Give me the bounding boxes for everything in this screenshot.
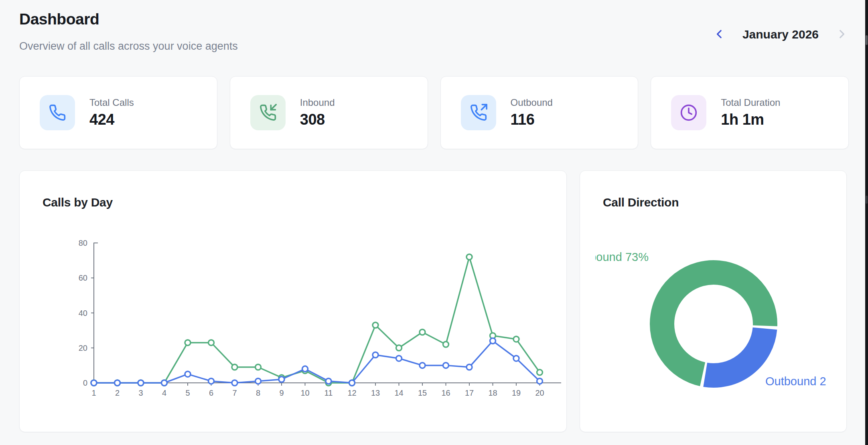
svg-text:40: 40 bbox=[79, 309, 87, 318]
scrollbar-track[interactable] bbox=[865, 0, 868, 445]
stat-label: Total Calls bbox=[89, 97, 134, 108]
stat-value: 424 bbox=[89, 111, 134, 128]
scrollbar-thumb[interactable] bbox=[866, 35, 868, 45]
stat-value: 1h 1m bbox=[721, 111, 780, 128]
calls-by-day-card: Calls by Day 020406080123456789101112131… bbox=[19, 170, 567, 432]
svg-text:15: 15 bbox=[418, 388, 427, 397]
call-direction-chart[interactable]: Inbound 73% Outbound 27% bbox=[595, 225, 826, 421]
next-month-button[interactable] bbox=[836, 28, 848, 40]
svg-text:18: 18 bbox=[488, 388, 497, 397]
svg-text:12: 12 bbox=[347, 388, 356, 397]
svg-text:11: 11 bbox=[324, 388, 333, 397]
svg-text:60: 60 bbox=[79, 273, 87, 282]
donut-label-outbound: Outbound 27% bbox=[765, 374, 826, 388]
svg-text:20: 20 bbox=[535, 388, 544, 397]
phone-icon bbox=[40, 95, 75, 130]
donut-label-inbound: Inbound 73% bbox=[595, 250, 649, 264]
stat-card-total-duration: Total Duration 1h 1m bbox=[651, 76, 849, 149]
stat-label: Inbound bbox=[300, 97, 335, 108]
svg-text:1: 1 bbox=[91, 388, 96, 397]
svg-text:8: 8 bbox=[256, 388, 260, 397]
svg-text:6: 6 bbox=[209, 388, 213, 397]
svg-text:14: 14 bbox=[394, 388, 403, 397]
stat-value: 116 bbox=[511, 111, 553, 128]
phone-outgoing-icon bbox=[461, 95, 496, 130]
page-title: Dashboard bbox=[19, 10, 99, 28]
svg-text:16: 16 bbox=[441, 388, 450, 397]
chevron-left-icon bbox=[714, 29, 725, 40]
svg-text:20: 20 bbox=[79, 344, 87, 352]
svg-text:0: 0 bbox=[83, 378, 87, 387]
svg-text:2: 2 bbox=[115, 388, 120, 397]
svg-text:5: 5 bbox=[185, 388, 190, 397]
call-direction-title: Call Direction bbox=[603, 196, 679, 209]
svg-text:13: 13 bbox=[371, 388, 380, 397]
svg-text:7: 7 bbox=[232, 388, 237, 397]
svg-text:19: 19 bbox=[512, 388, 521, 397]
svg-text:80: 80 bbox=[79, 239, 87, 247]
scrollbar-thumb-secondary[interactable] bbox=[866, 196, 868, 204]
clock-icon bbox=[671, 95, 706, 130]
svg-text:3: 3 bbox=[138, 388, 143, 397]
stat-label: Outbound bbox=[511, 97, 553, 108]
calls-by-day-chart[interactable]: 0204060801234567891011121314151617181920 bbox=[70, 190, 571, 423]
line-chart-canvas[interactable]: 0204060801234567891011121314151617181920 bbox=[70, 190, 571, 423]
svg-text:9: 9 bbox=[279, 388, 284, 397]
month-label: January 2026 bbox=[742, 28, 819, 41]
previous-month-button[interactable] bbox=[714, 28, 726, 40]
svg-text:10: 10 bbox=[300, 388, 309, 397]
call-direction-card: Call Direction Inbound 73% Outbound 27% bbox=[580, 170, 847, 432]
stat-card-inbound: Inbound 308 bbox=[230, 76, 428, 149]
stat-text: Total Calls 424 bbox=[89, 97, 134, 128]
dashboard-page: Dashboard Overview of all calls across y… bbox=[0, 0, 868, 445]
stat-card-total-calls: Total Calls 424 bbox=[19, 76, 217, 149]
stat-card-outbound: Outbound 116 bbox=[440, 76, 639, 149]
svg-text:17: 17 bbox=[465, 388, 474, 397]
stat-text: Total Duration 1h 1m bbox=[721, 97, 780, 128]
page-subtitle: Overview of all calls across your voice … bbox=[19, 40, 238, 53]
stat-label: Total Duration bbox=[721, 97, 780, 108]
stats-row: Total Calls 424 Inbound 308 bbox=[19, 76, 849, 149]
chevron-right-icon bbox=[836, 29, 847, 40]
svg-text:4: 4 bbox=[162, 388, 166, 397]
phone-incoming-icon bbox=[250, 95, 286, 130]
stat-text: Inbound 308 bbox=[300, 97, 335, 128]
stat-text: Outbound 116 bbox=[511, 97, 553, 128]
month-navigation: January 2026 bbox=[714, 26, 848, 42]
stat-value: 308 bbox=[300, 111, 335, 128]
